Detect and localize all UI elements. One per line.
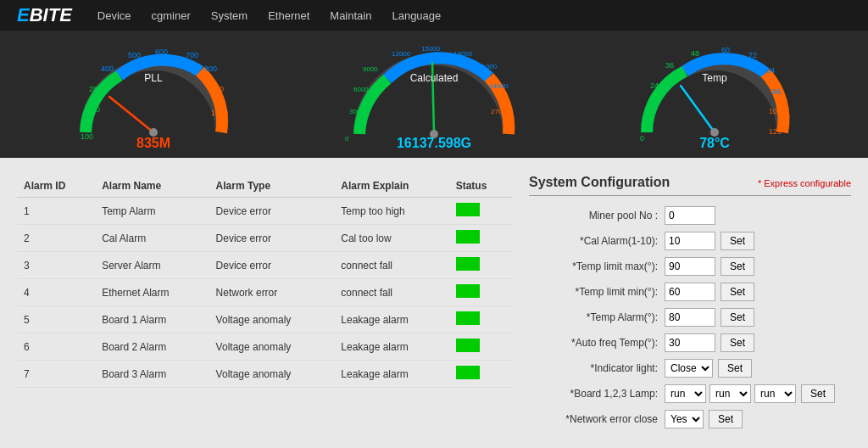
alarm-id: 6 — [17, 333, 95, 361]
config-field-7: *Board 1,2,3 Lamp:runstopoffrunstopoffru… — [529, 384, 851, 403]
config-select-8[interactable]: YesNo — [665, 410, 704, 428]
board-lamp-select-0[interactable]: runstopoff — [665, 384, 706, 403]
config-set-button-2[interactable]: Set — [721, 257, 754, 276]
config-input-3[interactable] — [665, 283, 715, 301]
svg-text:0: 0 — [640, 134, 644, 143]
svg-text:27000: 27000 — [491, 108, 510, 115]
alarm-explain: Leakage alarm — [334, 333, 448, 361]
svg-text:Calculated: Calculated — [410, 72, 459, 84]
config-field-5: *Auto freq Temp(°):Set — [529, 333, 851, 352]
svg-text:96: 96 — [772, 87, 781, 96]
alarm-row: 4Ethernet AlarmNetwork errorconnect fall — [17, 279, 512, 306]
status-indicator — [456, 284, 480, 298]
config-set-button-6[interactable]: Set — [718, 359, 752, 378]
gauges-section: 100 200 280 400 500 600 700 800 900 1000… — [0, 31, 868, 158]
config-field-label-7: *Board 1,2,3 Lamp: — [529, 388, 665, 400]
config-input-4[interactable] — [665, 308, 715, 327]
alarm-name: Ethernet Alarm — [95, 279, 209, 306]
status-indicator — [456, 203, 480, 216]
status-indicator — [456, 257, 480, 271]
board-lamp-select-1[interactable]: runstopoff — [709, 384, 751, 403]
config-set-button-8[interactable]: Set — [709, 410, 743, 428]
config-set-button-3[interactable]: Set — [721, 283, 754, 301]
alarm-id: 4 — [17, 279, 95, 306]
config-input-1[interactable] — [665, 232, 715, 250]
alarm-id: 1 — [17, 198, 95, 225]
alarm-row: 6Board 2 AlarmVoltage anomalyLeakage ala… — [17, 333, 512, 361]
config-set-button-5[interactable]: Set — [721, 333, 754, 352]
alarm-type: Device error — [209, 198, 335, 225]
nav-item-ethernet[interactable]: Ethernet — [268, 9, 309, 22]
alarm-col-alarm-explain: Alarm Explain — [334, 175, 448, 198]
alarm-name: Board 1 Alarm — [95, 306, 209, 333]
svg-text:16137.598G: 16137.598G — [397, 136, 471, 150]
board-lamp-row: runstopoffrunstopoffrunstopoff — [665, 384, 796, 403]
svg-text:12000: 12000 — [392, 50, 411, 58]
svg-text:Temp: Temp — [703, 72, 728, 84]
nav-item-language[interactable]: Language — [392, 9, 441, 22]
nav-item-maintain[interactable]: Maintain — [330, 9, 371, 22]
config-field-label-6: *Indicator light: — [529, 362, 665, 374]
svg-text:78°C: 78°C — [699, 136, 730, 150]
alarm-col-status: Status — [449, 175, 512, 198]
svg-text:280: 280 — [89, 85, 102, 93]
alarm-status — [449, 279, 512, 306]
svg-line-10 — [109, 97, 153, 132]
svg-text:700: 700 — [186, 51, 198, 59]
config-set-button-1[interactable]: Set — [721, 232, 754, 250]
svg-text:84: 84 — [766, 66, 775, 75]
config-field-2: *Temp limit max(°):Set — [529, 257, 851, 276]
config-input-0[interactable] — [665, 206, 715, 225]
status-indicator — [456, 230, 480, 244]
svg-text:21000: 21000 — [478, 63, 498, 70]
svg-text:6000: 6000 — [353, 86, 369, 93]
config-field-1: *Cal Alarm(1-10):Set — [529, 232, 851, 250]
svg-text:12: 12 — [645, 104, 654, 113]
alarm-name: Cal Alarm — [95, 225, 209, 252]
alarm-type: Device error — [209, 252, 335, 279]
svg-text:0: 0 — [345, 135, 349, 143]
nav-item-cgminer[interactable]: cgminer — [152, 9, 191, 22]
config-set-button-7[interactable]: Set — [801, 384, 835, 403]
config-field-8: *Network error closeYesNoSet — [529, 410, 851, 428]
config-field-label-0: Miner pool No : — [529, 210, 665, 221]
alarm-status — [449, 252, 512, 279]
svg-text:835M: 835M — [136, 136, 170, 150]
board-lamp-select-2[interactable]: runstopoff — [754, 384, 796, 403]
config-field-label-2: *Temp limit max(°): — [529, 260, 665, 272]
alarm-id: 7 — [17, 361, 95, 388]
config-set-button-4[interactable]: Set — [721, 308, 754, 327]
config-section: System Configuration * Express configura… — [512, 175, 851, 435]
alarm-name: Temp Alarm — [95, 198, 209, 225]
config-field-label-4: *Temp Alarm(°): — [529, 311, 665, 323]
alarm-col-alarm-type: Alarm Type — [209, 175, 335, 198]
nav-item-system[interactable]: System — [211, 9, 248, 22]
svg-text:18000: 18000 — [453, 50, 473, 58]
alarm-id: 5 — [17, 306, 95, 333]
calculated-gauge: 0 3000 6000 9000 12000 15000 18000 21000… — [341, 39, 527, 149]
alarm-table: Alarm IDAlarm NameAlarm TypeAlarm Explai… — [17, 175, 512, 388]
alarm-explain: connect fall — [334, 252, 448, 279]
alarm-row: 1Temp AlarmDevice errorTemp too high — [17, 198, 512, 225]
alarm-name: Board 3 Alarm — [95, 361, 209, 388]
nav-item-device[interactable]: Device — [97, 9, 131, 22]
alarm-col-alarm-name: Alarm Name — [95, 175, 209, 198]
svg-text:36: 36 — [665, 61, 674, 70]
config-select-6[interactable]: CloseOpen — [665, 359, 713, 378]
config-field-6: *Indicator light:CloseOpenSet — [529, 359, 851, 378]
alarm-col-alarm-id: Alarm ID — [17, 175, 95, 198]
config-field-4: *Temp Alarm(°):Set — [529, 308, 851, 327]
alarm-type: Voltage anomaly — [209, 361, 335, 388]
alarm-explain: Cal too low — [334, 225, 448, 252]
config-input-2[interactable] — [665, 257, 715, 276]
alarm-status — [449, 361, 512, 388]
config-field-0: Miner pool No : — [529, 206, 851, 225]
temp-gauge: 0 12 24 36 48 60 72 84 96 100 129 Temp 7… — [630, 39, 799, 149]
status-indicator — [456, 339, 480, 352]
svg-text:800: 800 — [204, 64, 217, 73]
alarm-explain: Temp too high — [334, 198, 448, 225]
svg-text:129: 129 — [769, 127, 782, 136]
config-input-5[interactable] — [665, 333, 715, 352]
svg-text:200: 200 — [87, 105, 100, 114]
config-field-label-1: *Cal Alarm(1-10): — [529, 235, 665, 247]
